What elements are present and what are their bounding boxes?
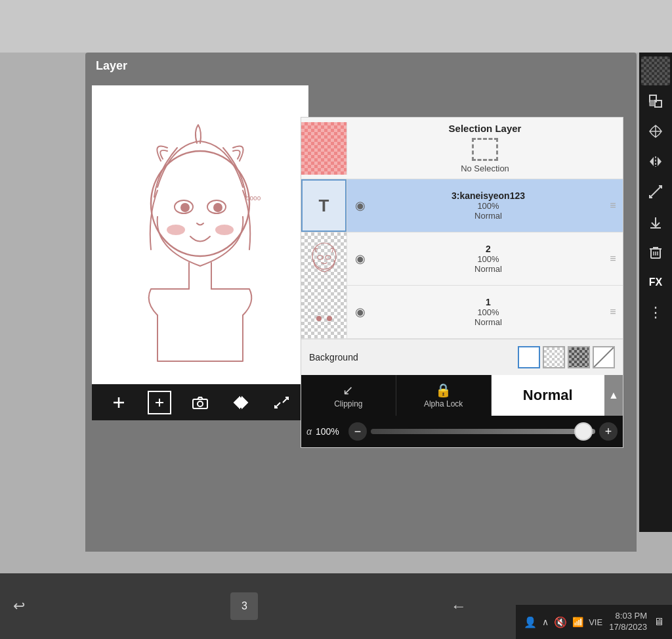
tray-icons: 👤 ∧ 🔇 📶 VIE [524,616,602,628]
page-number[interactable]: 3 [230,592,258,620]
eye-icon-2: ◉ [355,252,366,266]
layer3-visibility-toggle[interactable]: ◉ [347,198,373,213]
layer-row-1[interactable]: ◉ 1 100% Normal ≡ [301,286,623,339]
person-icon: 👤 [524,616,537,628]
alpha-lock-label: Alpha Lock [424,399,463,408]
svg-point-18 [316,316,322,321]
alpha-row: α 100% − + [301,416,623,447]
layer2-handle[interactable]: ≡ [603,253,623,265]
svg-point-15 [312,243,336,269]
alpha-lock-button[interactable]: 🔒 Alpha Lock [396,375,492,416]
redo-icon: ↩ [13,598,25,614]
selection-layer-thumb [301,122,347,175]
alpha-label: α [306,426,312,437]
layer2-thumb [301,232,347,285]
sidebar-delete-button[interactable] [641,238,670,267]
back-icon: ← [451,597,467,615]
canvas-toolbar [92,384,308,420]
blend-mode-dropdown[interactable]: Normal [492,375,605,416]
layer2-blend: Normal [474,264,502,274]
handle-icon-1: ≡ [610,306,616,318]
flip-button[interactable] [229,391,253,414]
blend-toolbar: ↙ Clipping 🔒 Alpha Lock Normal ▲ [301,375,623,416]
layer2-opacity: 100% [477,254,499,264]
layer2-visibility-toggle[interactable]: ◉ [347,252,373,266]
layers-panel: Selection Layer No Selection T ◉ 3:kanei… [301,117,623,448]
tray-date-value: 17/8/2023 [609,622,647,633]
blend-mode-arrow[interactable]: ▲ [604,375,623,416]
layer1-handle[interactable]: ≡ [603,306,623,318]
bg-swatch-dark[interactable] [568,346,590,368]
clipping-button[interactable]: ↙ Clipping [301,375,396,416]
layer1-opacity: 100% [477,307,499,317]
layer1-drawing [304,291,344,334]
back-button[interactable]: ← [451,597,467,615]
svg-point-5 [167,225,185,235]
svg-line-24 [650,186,662,198]
transform-button[interactable] [270,391,293,414]
selection-layer-row[interactable]: Selection Layer No Selection [301,118,623,179]
eye-icon-1: ◉ [355,305,366,319]
tray-time-value: 8:03 PM [609,611,647,622]
svg-point-3 [180,203,190,212]
bg-swatch-checkered[interactable] [543,346,565,368]
eye-icon-3: ◉ [355,198,366,213]
sidebar-layers-button[interactable] [641,87,670,116]
sidebar-fx-button[interactable]: FX [641,268,670,297]
sidebar-down-button[interactable] [641,208,670,236]
layer2-drawing [304,238,344,280]
notification-icon[interactable]: 🖥 [654,616,664,628]
layer3-blend: Normal [474,211,502,221]
panel-title: Layer [85,53,637,79]
layer3-handle[interactable]: ≡ [603,200,623,211]
alpha-increase-button[interactable]: + [599,422,618,441]
chevron-up-tray-icon: ∧ [542,617,549,627]
alpha-slider-thumb[interactable] [574,422,593,441]
layer1-thumb [301,286,347,338]
layer3-name: 3:kaneisyeon123 [452,190,525,201]
layer-row-3[interactable]: T ◉ 3:kaneisyeon123 100% Normal ≡ [301,179,623,232]
layer1-info: 1 100% Normal [373,292,603,332]
add-layer-button[interactable] [107,391,131,414]
svg-rect-22 [650,100,655,106]
sidebar-flip-button[interactable] [641,147,670,176]
bg-swatches [518,346,615,368]
sidebar-more-button[interactable]: ⋮ [641,298,670,327]
svg-point-13 [198,401,203,407]
canvas-drawing: oooo [92,85,308,407]
redo-button[interactable]: ↩ [13,598,25,615]
layer3-opacity: 100% [477,201,499,211]
layer3-info: 3:kaneisyeon123 100% Normal [373,185,603,226]
tray-time: 8:03 PM 17/8/2023 [609,611,647,633]
drawing-placeholder: oooo [92,85,308,407]
bg-swatch-white[interactable] [518,346,540,368]
layer1-visibility-toggle[interactable]: ◉ [347,305,373,319]
chevron-up-icon: ▲ [608,389,619,401]
volume-icon: 🔇 [554,616,567,628]
svg-point-6 [215,225,234,235]
background-row: Background [301,339,623,375]
sidebar-checkered-button[interactable] [641,56,670,85]
sidebar-move-button[interactable] [641,117,670,146]
selection-layer-title: Selection Layer [449,123,522,134]
handle-icon-2: ≡ [610,253,616,265]
selection-marquee [472,138,498,161]
alpha-lock-icon: 🔒 [435,382,452,398]
clipping-icon: ↙ [343,382,354,398]
handle-icon-3: ≡ [610,200,616,211]
layer1-name: 1 [486,297,491,307]
selection-info: Selection Layer No Selection [347,118,623,179]
svg-point-4 [213,203,222,212]
system-tray: 👤 ∧ 🔇 📶 VIE 8:03 PM 17/8/2023 🖥 [516,605,672,639]
camera-button[interactable] [188,391,212,414]
layer-row-2[interactable]: ◉ 2 100% Normal ≡ [301,232,623,286]
sidebar-transform-button[interactable] [641,177,670,206]
bg-swatch-slash[interactable] [593,346,615,368]
alpha-decrease-button[interactable]: − [348,422,367,441]
svg-point-17 [326,255,331,259]
layer1-blend: Normal [474,317,502,327]
background-label: Background [309,352,518,363]
svg-text:oooo: oooo [246,194,261,202]
add-layer-outlined-button[interactable] [148,391,171,414]
alpha-slider[interactable] [371,429,595,434]
